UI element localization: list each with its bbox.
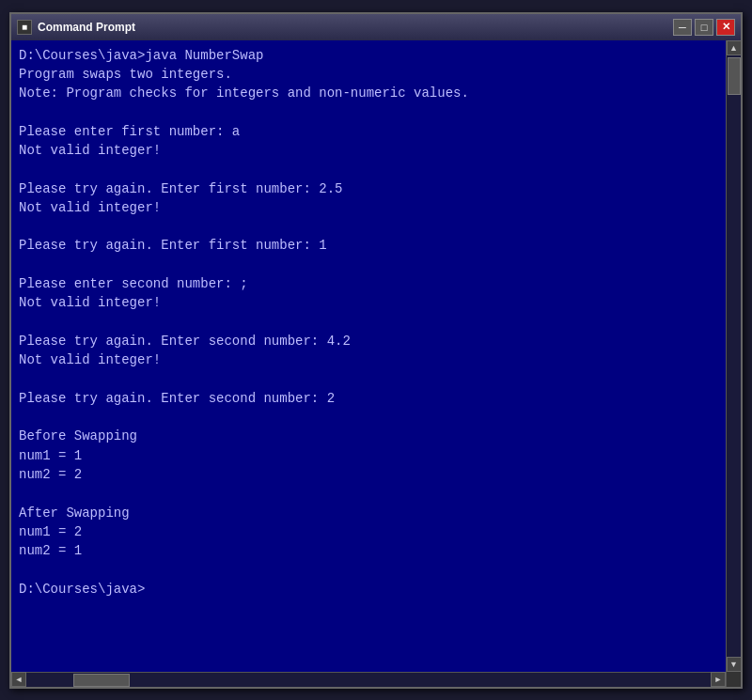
scroll-track-h[interactable] [26,673,711,687]
minimize-button[interactable]: ─ [673,19,692,36]
title-bar-controls: ─ □ ✕ [673,19,735,36]
horizontal-scrollbar[interactable]: ◄ ► [11,672,726,687]
scroll-left-arrow[interactable]: ◄ [11,672,26,687]
scroll-thumb-h[interactable] [73,674,130,687]
scroll-down-arrow[interactable]: ▼ [727,657,742,672]
scroll-thumb-v[interactable] [728,57,741,95]
title-bar: ■ Command Prompt ─ □ ✕ [11,14,741,40]
close-button[interactable]: ✕ [716,19,735,36]
window-title: Command Prompt [38,21,135,34]
scroll-up-arrow[interactable]: ▲ [727,40,742,55]
console-output: D:\Courses\java>java NumberSwap Program … [19,46,718,599]
vertical-scrollbar[interactable]: ▲ ▼ [726,40,741,672]
console-area[interactable]: D:\Courses\java>java NumberSwap Program … [11,40,726,672]
window-icon: ■ [17,20,32,35]
window-body: D:\Courses\java>java NumberSwap Program … [11,40,741,672]
command-prompt-window: ■ Command Prompt ─ □ ✕ D:\Courses\java>j… [9,12,743,689]
scroll-right-arrow[interactable]: ► [711,672,726,687]
title-bar-left: ■ Command Prompt [17,20,135,35]
scrollbar-corner [726,672,741,687]
scroll-track-v[interactable] [727,55,741,657]
maximize-button[interactable]: □ [695,19,713,36]
